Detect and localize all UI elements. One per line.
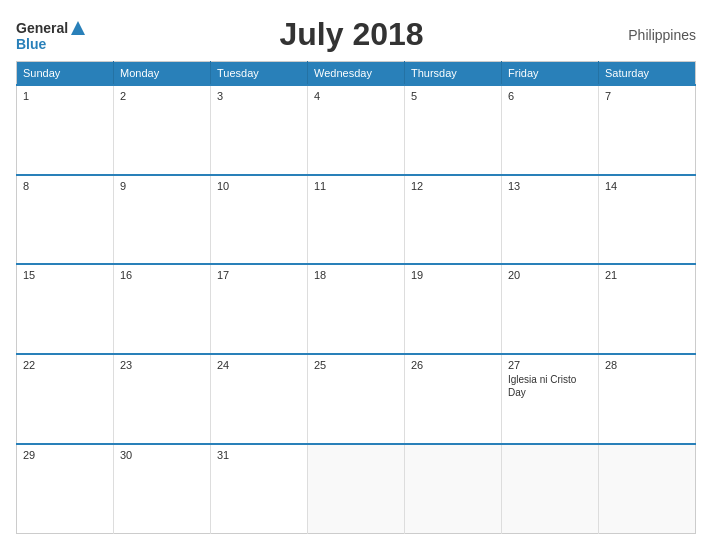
day-header-sunday: Sunday xyxy=(17,62,114,86)
week-row-2: 891011121314 xyxy=(17,175,696,265)
day-number: 2 xyxy=(120,90,204,102)
calendar-cell: 2 xyxy=(114,85,211,175)
day-number: 5 xyxy=(411,90,495,102)
day-number: 11 xyxy=(314,180,398,192)
logo: General Blue xyxy=(16,19,87,51)
logo-blue: Blue xyxy=(16,37,46,51)
day-number: 15 xyxy=(23,269,107,281)
day-number: 17 xyxy=(217,269,301,281)
day-number: 24 xyxy=(217,359,301,371)
day-number: 30 xyxy=(120,449,204,461)
calendar-cell: 29 xyxy=(17,444,114,534)
day-number: 10 xyxy=(217,180,301,192)
day-number: 20 xyxy=(508,269,592,281)
calendar-cell: 27Iglesia ni Cristo Day xyxy=(502,354,599,444)
calendar-cell xyxy=(502,444,599,534)
calendar-cell: 14 xyxy=(599,175,696,265)
calendar-cell: 24 xyxy=(211,354,308,444)
week-row-4: 222324252627Iglesia ni Cristo Day28 xyxy=(17,354,696,444)
calendar-cell: 28 xyxy=(599,354,696,444)
day-number: 13 xyxy=(508,180,592,192)
day-number: 22 xyxy=(23,359,107,371)
day-header-friday: Friday xyxy=(502,62,599,86)
calendar-cell: 30 xyxy=(114,444,211,534)
day-number: 25 xyxy=(314,359,398,371)
calendar-cell: 9 xyxy=(114,175,211,265)
day-number: 26 xyxy=(411,359,495,371)
calendar-cell: 5 xyxy=(405,85,502,175)
calendar-cell: 20 xyxy=(502,264,599,354)
day-number: 23 xyxy=(120,359,204,371)
calendar-cell: 17 xyxy=(211,264,308,354)
day-number: 9 xyxy=(120,180,204,192)
country-label: Philippines xyxy=(616,27,696,43)
calendar-cell: 3 xyxy=(211,85,308,175)
calendar-cell: 8 xyxy=(17,175,114,265)
day-number: 28 xyxy=(605,359,689,371)
day-header-wednesday: Wednesday xyxy=(308,62,405,86)
day-number: 6 xyxy=(508,90,592,102)
calendar-cell: 21 xyxy=(599,264,696,354)
calendar-cell: 7 xyxy=(599,85,696,175)
day-number: 1 xyxy=(23,90,107,102)
calendar-cell: 13 xyxy=(502,175,599,265)
calendar-cell: 23 xyxy=(114,354,211,444)
day-header-monday: Monday xyxy=(114,62,211,86)
calendar-body: 1234567891011121314151617181920212223242… xyxy=(17,85,696,534)
week-row-5: 293031 xyxy=(17,444,696,534)
logo-general: General xyxy=(16,21,68,35)
day-number: 29 xyxy=(23,449,107,461)
calendar-cell: 15 xyxy=(17,264,114,354)
calendar-cell xyxy=(308,444,405,534)
day-number: 16 xyxy=(120,269,204,281)
week-row-3: 15161718192021 xyxy=(17,264,696,354)
day-number: 4 xyxy=(314,90,398,102)
calendar-cell: 4 xyxy=(308,85,405,175)
day-header-saturday: Saturday xyxy=(599,62,696,86)
day-number: 14 xyxy=(605,180,689,192)
calendar-header: General Blue July 2018 Philippines xyxy=(16,16,696,53)
calendar-cell: 6 xyxy=(502,85,599,175)
calendar-cell: 26 xyxy=(405,354,502,444)
calendar-cell: 25 xyxy=(308,354,405,444)
calendar-cell: 1 xyxy=(17,85,114,175)
calendar-cell: 11 xyxy=(308,175,405,265)
calendar-cell: 10 xyxy=(211,175,308,265)
day-number: 8 xyxy=(23,180,107,192)
calendar-cell: 31 xyxy=(211,444,308,534)
event-label: Iglesia ni Cristo Day xyxy=(508,373,592,399)
day-header-tuesday: Tuesday xyxy=(211,62,308,86)
day-header-thursday: Thursday xyxy=(405,62,502,86)
calendar-cell: 12 xyxy=(405,175,502,265)
calendar-cell xyxy=(405,444,502,534)
day-number: 12 xyxy=(411,180,495,192)
calendar-table: SundayMondayTuesdayWednesdayThursdayFrid… xyxy=(16,61,696,534)
day-number: 7 xyxy=(605,90,689,102)
calendar-cell: 16 xyxy=(114,264,211,354)
calendar-title: July 2018 xyxy=(87,16,616,53)
day-number: 18 xyxy=(314,269,398,281)
calendar-cell: 22 xyxy=(17,354,114,444)
day-number: 21 xyxy=(605,269,689,281)
week-row-1: 1234567 xyxy=(17,85,696,175)
day-number: 31 xyxy=(217,449,301,461)
logo-icon xyxy=(69,19,87,37)
calendar-cell: 18 xyxy=(308,264,405,354)
calendar-header-row: SundayMondayTuesdayWednesdayThursdayFrid… xyxy=(17,62,696,86)
svg-marker-0 xyxy=(71,21,85,35)
day-number: 27 xyxy=(508,359,592,371)
day-number: 19 xyxy=(411,269,495,281)
calendar-cell: 19 xyxy=(405,264,502,354)
calendar-cell xyxy=(599,444,696,534)
day-number: 3 xyxy=(217,90,301,102)
